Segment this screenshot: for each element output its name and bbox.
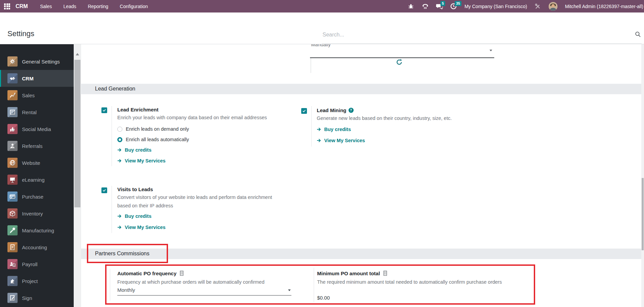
buy-credits-link[interactable]: Buy credits <box>117 213 151 219</box>
sidebar-scrollbar[interactable] <box>74 44 81 307</box>
sidebar-item-label: Accounting <box>22 245 47 250</box>
link-label: Buy credits <box>125 147 151 153</box>
company-switcher[interactable]: My Company (San Francisco) <box>464 4 527 9</box>
sidebar-item-label: Sign <box>22 295 32 301</box>
sidebar-item-inventory[interactable]: Inventory <box>0 205 74 222</box>
debug-bug-icon[interactable] <box>408 3 414 10</box>
globe-icon <box>7 158 18 168</box>
presentation-icon <box>7 175 18 185</box>
messages-badge: 5 <box>440 1 445 6</box>
sidebar-item-purchase[interactable]: Purchase <box>0 188 74 205</box>
content-scrollbar-thumb[interactable] <box>642 178 644 250</box>
visits-to-leads-desc: Convert visitors of your website into le… <box>117 193 276 210</box>
visits-to-leads-checkbox[interactable] <box>101 187 107 193</box>
activities-clock-icon[interactable]: 35 <box>450 3 457 10</box>
building-icon <box>179 271 184 276</box>
buy-credits-link[interactable]: Buy credits <box>317 127 351 132</box>
po-frequency-select[interactable]: Monthly <box>117 287 135 293</box>
menu-configuration[interactable]: Configuration <box>120 4 148 9</box>
title-text: Automatic PO frequency <box>117 271 176 276</box>
app-name[interactable]: CRM <box>16 3 28 9</box>
search-input[interactable] <box>322 31 621 38</box>
sidebar-item-elearning[interactable]: eLearning <box>0 171 74 188</box>
assignment-frequency-select[interactable]: Manually <box>310 44 494 58</box>
lead-enrichment-checkbox[interactable] <box>101 107 107 113</box>
enrich-on-demand-radio[interactable]: Enrich leads on demand only <box>117 126 189 132</box>
top-navbar: CRM Sales Leads Reporting Configuration … <box>0 0 644 12</box>
radio-label: Enrich leads on demand only <box>126 126 189 132</box>
sidebar-item-referrals[interactable]: Referrals <box>0 137 74 154</box>
sidebar-item-label: Sales <box>22 93 35 98</box>
section-title: Lead Generation <box>95 86 135 92</box>
view-my-services-link[interactable]: View My Services <box>317 138 365 143</box>
arrow-right-icon <box>317 138 321 143</box>
lead-mining-title: Lead Mining? <box>317 107 354 113</box>
arrow-right-icon <box>117 225 122 230</box>
setting-pane-border <box>311 106 312 147</box>
sidebar-item-payroll[interactable]: $ Payroll <box>0 256 74 273</box>
support-tools-icon[interactable] <box>534 3 541 10</box>
view-my-services-link[interactable]: View My Services <box>117 158 166 163</box>
arrow-right-icon <box>117 148 122 152</box>
sidebar-item-project[interactable]: Project <box>0 273 74 289</box>
sidebar-item-label: Purchase <box>22 194 43 200</box>
sidebar-item-accounting[interactable]: $ Accounting <box>0 239 74 256</box>
messages-icon[interactable]: 5 <box>436 3 443 10</box>
sales-chart-icon <box>7 90 18 100</box>
gear-icon <box>7 56 18 67</box>
sidebar-item-social-media[interactable]: Social Media <box>0 121 74 137</box>
buy-credits-link[interactable]: Buy credits <box>117 147 151 153</box>
search-bar <box>322 29 642 44</box>
lead-enrichment-desc: Enrich your leads with company data base… <box>117 113 307 122</box>
visits-to-leads-title: Visits to Leads <box>117 186 153 192</box>
lead-enrichment-title: Lead Enrichment <box>117 107 159 112</box>
sidebar-item-website[interactable]: Website <box>0 154 74 171</box>
sidebar-item-crm[interactable]: CRM <box>0 70 74 87</box>
title-text: Minimum PO amount total <box>317 271 380 276</box>
sidebar-item-label: CRM <box>22 76 33 81</box>
sidebar-item-rental[interactable]: Rental <box>0 104 74 121</box>
enrich-automatically-radio[interactable]: Enrich all leads automatically <box>117 137 189 142</box>
sidebar-scrollbar-thumb[interactable] <box>74 60 80 207</box>
menu-leads[interactable]: Leads <box>63 4 76 9</box>
user-menu[interactable]: Mitchell Admin (18226397-master-all) <box>565 4 643 9</box>
arrow-right-icon <box>317 127 321 132</box>
title-text: Lead Mining <box>317 107 347 113</box>
radio-unchecked-icon <box>117 127 122 132</box>
help-icon[interactable]: ? <box>349 108 354 113</box>
view-my-services-link[interactable]: View My Services <box>117 225 166 230</box>
search-icon[interactable] <box>635 31 641 39</box>
content-scrollbar[interactable] <box>641 44 644 307</box>
scrollbar-up-arrow[interactable] <box>76 53 79 55</box>
lead-mining-checkbox[interactable] <box>301 108 307 114</box>
control-panel: Settings SAVE DISCARD Unsaved changes <box>0 12 644 44</box>
chevron-down-icon[interactable] <box>288 289 291 291</box>
arrow-right-icon <box>117 214 122 219</box>
link-label: View My Services <box>125 158 166 163</box>
section-title: Partners Commissions <box>95 251 149 257</box>
sidebar-item-label: Project <box>22 278 38 284</box>
refresh-icon[interactable] <box>396 58 403 67</box>
box-icon <box>7 208 18 219</box>
apps-menu-icon[interactable] <box>4 3 10 9</box>
sidebar-item-sign[interactable]: Sign <box>0 289 74 306</box>
radio-label: Enrich all leads automatically <box>126 137 189 142</box>
payroll-icon: $ <box>7 259 18 269</box>
sidebar-item-label: General Settings <box>22 59 60 65</box>
menu-reporting[interactable]: Reporting <box>88 4 109 9</box>
sidebar-item-label: Rental <box>22 109 37 115</box>
sidebar-item-manufacturing[interactable]: Manufacturing <box>0 222 74 239</box>
avatar[interactable] <box>549 2 557 11</box>
menu-sales[interactable]: Sales <box>40 4 52 9</box>
sidebar-item-label: Referrals <box>22 143 43 149</box>
building-icon <box>383 271 388 276</box>
sidebar-item-sales[interactable]: Sales <box>0 87 74 104</box>
setting-pane-border <box>112 106 112 166</box>
rental-icon <box>7 107 18 117</box>
voip-phone-icon[interactable] <box>422 3 429 10</box>
minimum-po-amount-value[interactable]: $0.00 <box>317 295 330 301</box>
settings-sidebar: General Settings CRM Sales Rental Social… <box>0 44 74 307</box>
sidebar-item-general-settings[interactable]: General Settings <box>0 53 74 70</box>
page-title: Settings <box>7 29 34 38</box>
link-label: Buy credits <box>324 127 351 132</box>
